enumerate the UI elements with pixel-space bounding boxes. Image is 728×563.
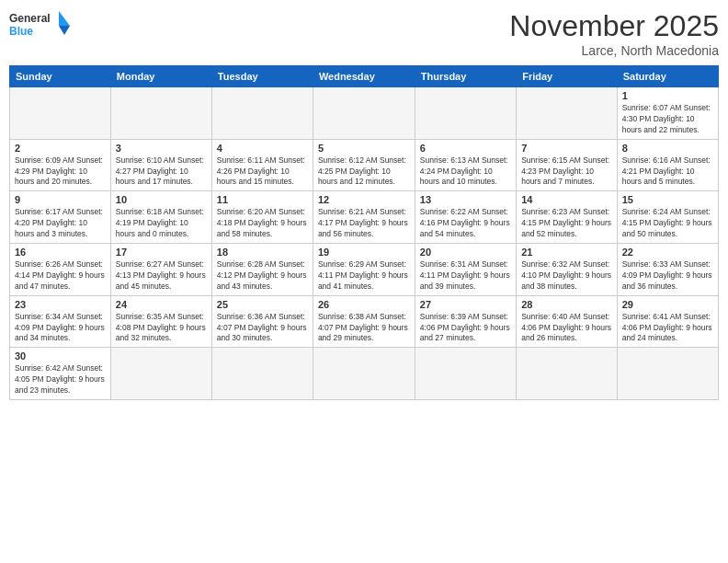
day-number: 19 [318,247,410,258]
calendar-cell-3-2: 10Sunrise: 6:18 AM Sunset: 4:19 PM Dayli… [110,191,211,244]
calendar-cell-6-6 [517,348,618,400]
calendar-cell-1-6 [517,87,618,140]
calendar-cell-4-2: 17Sunrise: 6:27 AM Sunset: 4:13 PM Dayli… [110,244,211,296]
calendar-cell-4-4: 19Sunrise: 6:29 AM Sunset: 4:11 PM Dayli… [313,244,415,296]
day-info: Sunrise: 6:16 AM Sunset: 4:21 PM Dayligh… [622,155,713,189]
day-number: 4 [217,143,308,154]
svg-marker-2 [59,11,70,26]
day-number: 6 [420,143,511,154]
col-sunday: Sunday [10,66,111,87]
page: General Blue November 2025 Larce, North … [0,0,728,563]
day-number: 5 [318,143,410,154]
calendar-header-row: Sunday Monday Tuesday Wednesday Thursday… [10,66,719,87]
day-info: Sunrise: 6:40 AM Sunset: 4:06 PM Dayligh… [521,312,612,345]
calendar-cell-5-3: 25Sunrise: 6:36 AM Sunset: 4:07 PM Dayli… [211,295,313,348]
calendar-cell-3-5: 13Sunrise: 6:22 AM Sunset: 4:16 PM Dayli… [415,191,516,244]
day-info: Sunrise: 6:13 AM Sunset: 4:24 PM Dayligh… [420,155,511,189]
header: General Blue November 2025 Larce, North … [9,9,719,58]
day-info: Sunrise: 6:28 AM Sunset: 4:12 PM Dayligh… [217,259,308,293]
day-number: 10 [116,194,207,205]
day-number: 13 [420,194,511,205]
day-number: 17 [116,247,207,258]
day-info: Sunrise: 6:36 AM Sunset: 4:07 PM Dayligh… [217,312,308,345]
day-number: 3 [116,143,207,154]
day-number: 28 [521,299,612,310]
calendar-cell-1-3 [211,87,313,140]
day-number: 1 [622,90,713,101]
calendar-cell-4-1: 16Sunrise: 6:26 AM Sunset: 4:14 PM Dayli… [10,244,111,296]
calendar-cell-1-1 [10,87,111,140]
col-thursday: Thursday [415,66,516,87]
day-number: 26 [318,299,410,310]
calendar-cell-2-2: 3Sunrise: 6:10 AM Sunset: 4:27 PM Daylig… [110,139,211,191]
day-info: Sunrise: 6:33 AM Sunset: 4:09 PM Dayligh… [622,259,713,293]
calendar-cell-3-1: 9Sunrise: 6:17 AM Sunset: 4:20 PM Daylig… [10,191,111,244]
calendar-cell-2-4: 5Sunrise: 6:12 AM Sunset: 4:25 PM Daylig… [313,139,415,191]
calendar-cell-6-1: 30Sunrise: 6:42 AM Sunset: 4:05 PM Dayli… [10,348,111,400]
svg-text:General: General [9,12,51,25]
calendar-cell-6-7 [617,348,718,400]
calendar-cell-5-2: 24Sunrise: 6:35 AM Sunset: 4:08 PM Dayli… [110,295,211,348]
svg-marker-3 [59,26,70,35]
day-info: Sunrise: 6:35 AM Sunset: 4:08 PM Dayligh… [116,312,207,345]
day-info: Sunrise: 6:24 AM Sunset: 4:15 PM Dayligh… [622,207,713,240]
day-info: Sunrise: 6:22 AM Sunset: 4:16 PM Dayligh… [420,207,511,240]
day-info: Sunrise: 6:15 AM Sunset: 4:23 PM Dayligh… [521,155,612,189]
calendar-table: Sunday Monday Tuesday Wednesday Thursday… [9,65,719,400]
calendar-cell-1-7: 1Sunrise: 6:07 AM Sunset: 4:30 PM Daylig… [617,87,718,140]
calendar-cell-1-5 [415,87,516,140]
day-info: Sunrise: 6:23 AM Sunset: 4:15 PM Dayligh… [521,207,612,240]
col-monday: Monday [110,66,211,87]
calendar-week-1: 1Sunrise: 6:07 AM Sunset: 4:30 PM Daylig… [10,87,719,140]
day-number: 30 [15,350,106,362]
day-number: 7 [521,143,612,154]
day-number: 22 [622,247,713,258]
calendar-week-3: 9Sunrise: 6:17 AM Sunset: 4:20 PM Daylig… [10,191,719,244]
day-number: 8 [622,143,713,154]
day-info: Sunrise: 6:42 AM Sunset: 4:05 PM Dayligh… [15,363,106,396]
day-info: Sunrise: 6:20 AM Sunset: 4:18 PM Dayligh… [217,207,308,240]
calendar-week-2: 2Sunrise: 6:09 AM Sunset: 4:29 PM Daylig… [10,139,719,191]
calendar-week-4: 16Sunrise: 6:26 AM Sunset: 4:14 PM Dayli… [10,244,719,296]
calendar-cell-6-3 [211,348,313,400]
calendar-cell-5-7: 29Sunrise: 6:41 AM Sunset: 4:06 PM Dayli… [617,295,718,348]
calendar-cell-3-7: 15Sunrise: 6:24 AM Sunset: 4:15 PM Dayli… [617,191,718,244]
day-number: 11 [217,194,308,205]
day-number: 25 [217,299,308,310]
calendar-cell-5-6: 28Sunrise: 6:40 AM Sunset: 4:06 PM Dayli… [517,295,618,348]
day-info: Sunrise: 6:32 AM Sunset: 4:10 PM Dayligh… [521,259,612,293]
day-info: Sunrise: 6:09 AM Sunset: 4:29 PM Dayligh… [15,155,106,189]
day-info: Sunrise: 6:17 AM Sunset: 4:20 PM Dayligh… [15,207,106,240]
day-info: Sunrise: 6:38 AM Sunset: 4:07 PM Dayligh… [318,312,410,345]
day-number: 18 [217,247,308,258]
calendar-cell-5-5: 27Sunrise: 6:39 AM Sunset: 4:06 PM Dayli… [415,295,516,348]
calendar-cell-1-2 [110,87,211,140]
day-info: Sunrise: 6:07 AM Sunset: 4:30 PM Dayligh… [622,103,713,136]
calendar-cell-4-7: 22Sunrise: 6:33 AM Sunset: 4:09 PM Dayli… [617,244,718,296]
day-number: 2 [15,143,106,154]
calendar-cell-5-1: 23Sunrise: 6:34 AM Sunset: 4:09 PM Dayli… [10,295,111,348]
logo-svg: General Blue [9,9,74,42]
calendar-cell-3-3: 11Sunrise: 6:20 AM Sunset: 4:18 PM Dayli… [211,191,313,244]
calendar-cell-6-2 [110,348,211,400]
day-number: 15 [622,194,713,205]
day-info: Sunrise: 6:39 AM Sunset: 4:06 PM Dayligh… [420,312,511,345]
calendar-cell-6-4 [313,348,415,400]
day-number: 29 [622,299,713,310]
day-info: Sunrise: 6:27 AM Sunset: 4:13 PM Dayligh… [116,259,207,293]
day-info: Sunrise: 6:12 AM Sunset: 4:25 PM Dayligh… [318,155,410,189]
day-number: 24 [116,299,207,310]
day-info: Sunrise: 6:21 AM Sunset: 4:17 PM Dayligh… [318,207,410,240]
calendar-cell-4-3: 18Sunrise: 6:28 AM Sunset: 4:12 PM Dayli… [211,244,313,296]
day-number: 23 [15,299,106,310]
location: Larce, North Macedonia [509,43,719,58]
calendar-cell-2-5: 6Sunrise: 6:13 AM Sunset: 4:24 PM Daylig… [415,139,516,191]
day-number: 27 [420,299,511,310]
logo: General Blue [9,9,74,42]
day-number: 21 [521,247,612,258]
day-number: 20 [420,247,511,258]
day-info: Sunrise: 6:29 AM Sunset: 4:11 PM Dayligh… [318,259,410,293]
day-info: Sunrise: 6:26 AM Sunset: 4:14 PM Dayligh… [15,259,106,293]
col-wednesday: Wednesday [313,66,415,87]
day-info: Sunrise: 6:34 AM Sunset: 4:09 PM Dayligh… [15,312,106,345]
